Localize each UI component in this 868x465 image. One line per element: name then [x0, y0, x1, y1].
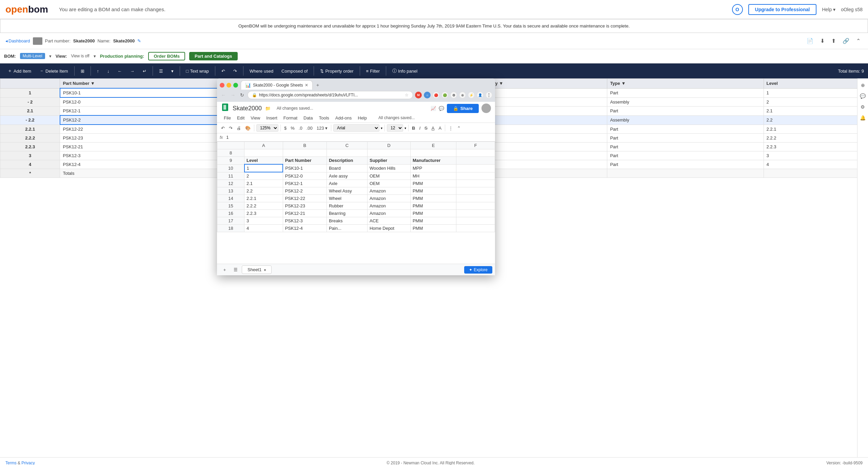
print-btn[interactable]: 🖨 — [235, 125, 242, 131]
where-used-button[interactable]: Where used — [246, 67, 277, 75]
sheets-doc-title[interactable]: Skate2000 — [233, 105, 262, 112]
cell-b12[interactable]: PSK12-1 — [283, 180, 327, 187]
cell-f18[interactable] — [456, 225, 495, 232]
filter-icon-qty[interactable]: ▼ — [499, 81, 503, 86]
decimal-more-btn[interactable]: .00 — [305, 125, 314, 131]
cell-a9[interactable]: Level — [244, 157, 283, 165]
cell-f14[interactable] — [456, 195, 495, 202]
col-f-header[interactable]: F — [456, 142, 495, 149]
redo-button[interactable]: ↷ — [230, 67, 240, 75]
cell-e14[interactable]: PMM — [410, 195, 456, 202]
cell-f8[interactable] — [456, 149, 495, 157]
minimize-window-button[interactable] — [226, 83, 231, 88]
cell-d8[interactable] — [367, 149, 410, 157]
dollar-btn[interactable]: $ — [283, 125, 288, 131]
align-dropdown-button[interactable]: ▾ — [168, 67, 177, 75]
cell-d15[interactable]: Amazon — [367, 202, 410, 210]
font-family-select[interactable]: Arial Times New Roman — [333, 124, 379, 132]
col-e-header[interactable]: E — [410, 142, 456, 149]
cell-f13[interactable] — [456, 187, 495, 195]
bold-btn[interactable]: B — [411, 125, 416, 131]
view-off-badge[interactable]: View is off — [71, 54, 89, 58]
help-button[interactable]: Help ▾ — [822, 7, 835, 12]
cell-e12[interactable]: PMM — [410, 180, 456, 187]
undo-btn[interactable]: ↶ — [220, 125, 226, 131]
privacy-link[interactable]: Privacy — [21, 461, 35, 465]
col-header-type[interactable]: Type ▼ — [607, 79, 764, 89]
upload-icon[interactable]: ⬆ — [829, 37, 838, 45]
menu-file[interactable]: File — [221, 115, 234, 121]
download-icon[interactable]: ⬇ — [818, 37, 827, 45]
share-button[interactable]: 🔒 Share — [447, 104, 479, 113]
gmail-icon[interactable]: M — [415, 92, 422, 98]
menu-format[interactable]: Format — [281, 115, 300, 121]
cell-d16[interactable]: Amazon — [367, 210, 410, 217]
cell-c16[interactable]: Bearring — [327, 210, 367, 217]
cell-e16[interactable]: PMM — [410, 210, 456, 217]
cell-a8[interactable] — [244, 149, 283, 157]
terms-link[interactable]: Terms — [5, 461, 17, 465]
cell-d14[interactable]: Amazon — [367, 195, 410, 202]
undo-button[interactable]: ↶ — [218, 67, 229, 75]
add-item-button[interactable]: ＋ Add Item — [4, 67, 35, 75]
browser-ext-7[interactable]: 👤 — [477, 92, 484, 98]
cell-c13[interactable]: Wheel Assy — [327, 187, 367, 195]
bookmark-icon[interactable]: ☆ — [405, 93, 409, 97]
cell-e13[interactable]: PMM — [410, 187, 456, 195]
chevron-down-icon[interactable]: ▾ — [49, 54, 52, 59]
format-number-btn[interactable]: 123 ▾ — [315, 125, 329, 131]
cell-c14[interactable]: Wheel — [327, 195, 367, 202]
text-color-btn[interactable]: A — [437, 125, 443, 131]
formula-input[interactable] — [225, 134, 492, 141]
browser-ext-6[interactable]: ⚡ — [468, 92, 475, 98]
cell-b15[interactable]: PSK12-23 — [283, 202, 327, 210]
browser-ext-3[interactable]: 🟢 — [441, 92, 448, 98]
cell-e15[interactable]: PMM — [410, 202, 456, 210]
paint-format-btn[interactable]: 🎨 — [244, 125, 252, 131]
col-b-header[interactable]: B — [283, 142, 327, 149]
menu-tools[interactable]: Tools — [316, 115, 332, 121]
browser-tab[interactable]: 📊 Skate2000 - Google Sheets ✕ — [241, 80, 313, 90]
move-left-button[interactable]: ← — [114, 67, 125, 75]
dashboard-link[interactable]: ◂ Dashboard — [5, 38, 30, 43]
menu-edit[interactable]: Edit — [234, 115, 247, 121]
info-panel-button[interactable]: ⓘ Info panel — [389, 67, 421, 75]
user-circle-icon[interactable]: O — [732, 4, 743, 15]
new-tab-button[interactable]: ＋ — [313, 81, 323, 90]
redo-btn[interactable]: ↷ — [228, 125, 234, 131]
cell-e17[interactable]: PMM — [410, 217, 456, 225]
cell-a16[interactable]: 2.2.3 — [244, 210, 283, 217]
report-icon[interactable]: 📄 — [805, 37, 815, 45]
indent-button[interactable]: ↵ — [139, 67, 150, 75]
col-d-header[interactable]: D — [367, 142, 410, 149]
cell-a11[interactable]: 2 — [244, 172, 283, 180]
menu-help[interactable]: Help — [355, 115, 370, 121]
cell-f9[interactable] — [456, 157, 495, 165]
cell-c18[interactable]: Pain... — [327, 225, 367, 232]
more-btn[interactable]: ⋮ — [447, 125, 454, 131]
cell-e10[interactable]: MPP — [410, 164, 456, 172]
menu-view[interactable]: View — [248, 115, 263, 121]
cell-f10[interactable] — [456, 164, 495, 172]
cell-a18[interactable]: 4 — [244, 225, 283, 232]
back-button[interactable]: ← — [220, 92, 227, 98]
cell-b8[interactable] — [283, 149, 327, 157]
chevron-down-icon-2[interactable]: ▾ — [94, 54, 96, 59]
browser-ext-5[interactable]: ⊕ — [459, 92, 466, 98]
cell-f12[interactable] — [456, 180, 495, 187]
percent-btn[interactable]: % — [289, 125, 296, 131]
cell-b13[interactable]: PSK12-2 — [283, 187, 327, 195]
all-sheets-button[interactable]: ☰ — [231, 266, 240, 273]
zoom-select[interactable]: 125% 100% 75% — [256, 124, 278, 132]
comments-icon[interactable]: 💬 — [439, 106, 444, 111]
menu-insert[interactable]: Insert — [263, 115, 280, 121]
grid-view-button[interactable]: ⊞ — [77, 67, 88, 75]
explore-button[interactable]: ✦ Explore — [464, 266, 492, 274]
menu-addons[interactable]: Add-ons — [333, 115, 354, 121]
move-up-button[interactable]: ↑ — [94, 67, 103, 75]
upgrade-button[interactable]: Upgrade to Professional — [748, 4, 817, 15]
browser-ext-2[interactable]: 🔴 — [433, 92, 439, 98]
cell-d13[interactable]: Amazon — [367, 187, 410, 195]
italic-btn[interactable]: I — [418, 125, 422, 131]
cell-a12[interactable]: 2.1 — [244, 180, 283, 187]
